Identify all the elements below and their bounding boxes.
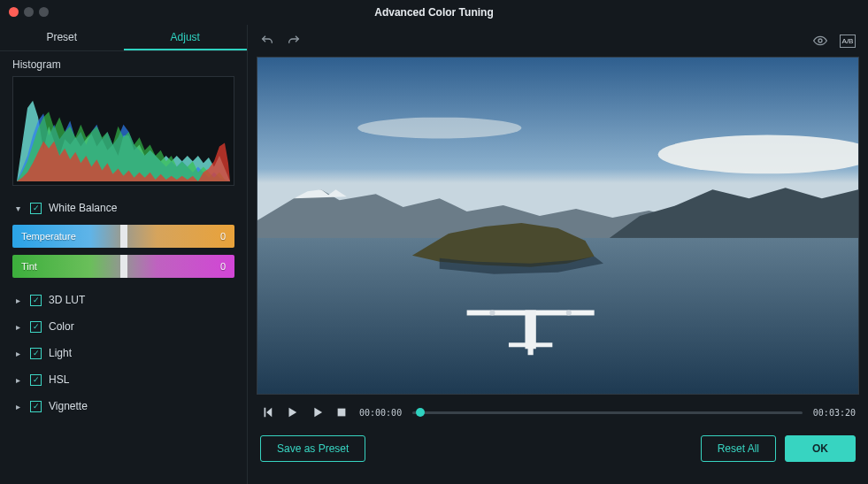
next-frame-button[interactable] bbox=[310, 405, 324, 419]
light-label: Light bbox=[49, 347, 72, 359]
chevron-right-icon: ▸ bbox=[12, 322, 23, 332]
light-checkbox[interactable]: ✓ bbox=[30, 348, 42, 359]
footer-buttons: Save as Preset Reset All OK bbox=[257, 435, 859, 462]
timecode-duration: 00:03:20 bbox=[813, 408, 856, 418]
svg-rect-8 bbox=[528, 339, 534, 355]
window-controls bbox=[9, 7, 49, 17]
transport-bar: 00:00:00 00:03:20 bbox=[257, 405, 859, 419]
window-zoom-button[interactable] bbox=[39, 7, 49, 17]
temperature-thumb[interactable] bbox=[120, 225, 127, 248]
timeline-scrubber[interactable] bbox=[412, 411, 803, 414]
3d-lut-checkbox[interactable]: ✓ bbox=[30, 295, 42, 306]
3d-lut-label: 3D LUT bbox=[49, 294, 85, 306]
hsl-label: HSL bbox=[49, 373, 69, 386]
preview-toolbar: A/B bbox=[257, 28, 859, 53]
reset-all-button[interactable]: Reset All bbox=[701, 435, 776, 462]
histogram-label: Histogram bbox=[0, 51, 247, 76]
section-color[interactable]: ▸ ✓ Color bbox=[0, 313, 247, 340]
svg-point-10 bbox=[566, 310, 572, 315]
chevron-right-icon: ▸ bbox=[12, 402, 23, 411]
tab-adjust[interactable]: Adjust bbox=[124, 25, 248, 50]
white-balance-label: White Balance bbox=[49, 202, 117, 214]
svg-point-9 bbox=[489, 310, 495, 315]
section-3d-lut[interactable]: ▸ ✓ 3D LUT bbox=[0, 287, 247, 313]
color-checkbox[interactable]: ✓ bbox=[30, 321, 42, 333]
tint-value: 0 bbox=[220, 261, 226, 272]
tint-thumb[interactable] bbox=[120, 255, 127, 278]
ok-button[interactable]: OK bbox=[785, 435, 856, 462]
vignette-label: Vignette bbox=[49, 400, 88, 412]
titlebar: Advanced Color Tuning bbox=[0, 0, 868, 25]
chevron-down-icon: ▾ bbox=[12, 204, 23, 213]
preview-viewport[interactable] bbox=[257, 57, 859, 395]
play-button[interactable] bbox=[285, 405, 299, 419]
section-light[interactable]: ▸ ✓ Light bbox=[0, 340, 247, 366]
temperature-label: Temperature bbox=[21, 231, 76, 242]
undo-icon[interactable] bbox=[260, 34, 274, 48]
ab-compare-button[interactable]: A/B bbox=[840, 35, 856, 48]
section-white-balance[interactable]: ▾ ✓ White Balance bbox=[0, 195, 247, 221]
window-title: Advanced Color Tuning bbox=[374, 6, 493, 19]
svg-point-0 bbox=[818, 39, 822, 42]
prev-frame-button[interactable] bbox=[260, 405, 274, 419]
chevron-right-icon: ▸ bbox=[12, 349, 23, 358]
stop-button[interactable] bbox=[334, 405, 349, 419]
svg-rect-11 bbox=[338, 409, 346, 417]
sidebar: Preset Adjust Histogram ▾ ✓ White Balanc… bbox=[0, 25, 248, 484]
save-preset-button[interactable]: Save as Preset bbox=[260, 435, 365, 462]
color-label: Color bbox=[49, 320, 74, 333]
hsl-checkbox[interactable]: ✓ bbox=[30, 374, 42, 386]
vignette-checkbox[interactable]: ✓ bbox=[30, 401, 42, 412]
chevron-right-icon: ▸ bbox=[12, 375, 23, 385]
svg-point-3 bbox=[357, 118, 521, 139]
section-hsl[interactable]: ▸ ✓ HSL bbox=[0, 366, 247, 393]
white-balance-checkbox[interactable]: ✓ bbox=[30, 203, 42, 214]
tint-label: Tint bbox=[21, 261, 37, 272]
section-vignette[interactable]: ▸ ✓ Vignette bbox=[0, 393, 247, 419]
temperature-slider[interactable]: Temperature 0 bbox=[12, 225, 234, 248]
window-close-button[interactable] bbox=[9, 7, 19, 17]
redo-icon[interactable] bbox=[287, 34, 301, 48]
temperature-value: 0 bbox=[220, 231, 226, 242]
timecode-current: 00:00:00 bbox=[359, 408, 402, 418]
chevron-right-icon: ▸ bbox=[12, 296, 23, 305]
tab-preset[interactable]: Preset bbox=[0, 25, 124, 50]
histogram bbox=[12, 76, 234, 186]
sidebar-tabs: Preset Adjust bbox=[0, 25, 247, 51]
preview-visibility-icon[interactable] bbox=[813, 34, 827, 48]
timeline-playhead[interactable] bbox=[416, 408, 425, 417]
tint-slider[interactable]: Tint 0 bbox=[12, 255, 234, 278]
window-minimize-button[interactable] bbox=[24, 7, 34, 17]
